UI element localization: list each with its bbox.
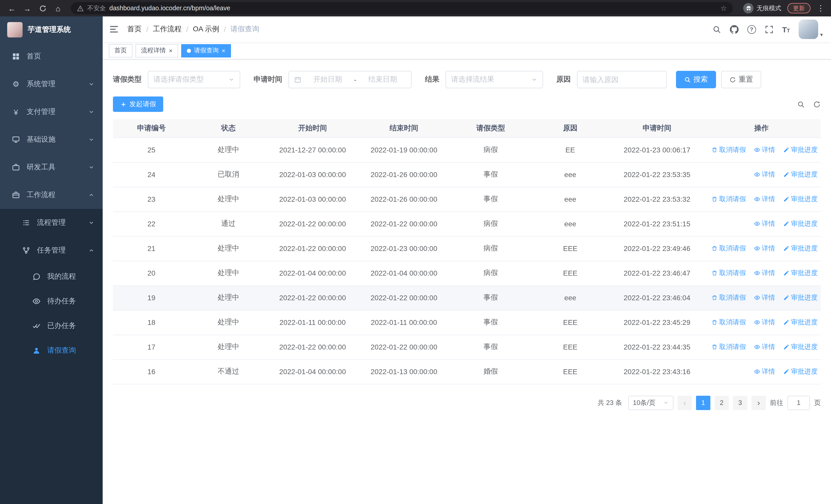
cancel-leave-link[interactable]: 取消请假	[711, 145, 746, 154]
approval-progress-link[interactable]: 审批进度	[783, 145, 818, 154]
browser-forward-button[interactable]: →	[21, 2, 34, 15]
close-icon[interactable]: ×	[169, 48, 172, 54]
breadcrumb-home[interactable]: 首页	[127, 25, 142, 34]
sidebar-item-process-management[interactable]: 流程管理	[0, 209, 103, 237]
cell-reason: EEE	[532, 310, 609, 335]
cancel-leave-link[interactable]: 取消请假	[711, 195, 746, 204]
cancel-leave-link[interactable]: 取消请假	[711, 293, 746, 302]
approval-progress-link[interactable]: 审批进度	[783, 367, 818, 376]
col-header-type: 请假类型	[450, 119, 532, 138]
sidebar-item-system[interactable]: ⚙ 系统管理	[0, 70, 103, 98]
col-header-id: 申请编号	[113, 119, 190, 138]
cell-id: 20	[113, 261, 190, 285]
detail-link[interactable]: 详情	[754, 318, 775, 327]
tab-process-detail[interactable]: 流程详情 ×	[136, 44, 178, 57]
create-leave-button[interactable]: 发起请假	[113, 96, 163, 112]
sidebar-item-workflow[interactable]: 工作流程	[0, 181, 103, 209]
cancel-leave-link[interactable]: 取消请假	[711, 268, 746, 278]
detail-link[interactable]: 详情	[754, 170, 775, 179]
breadcrumb-workflow[interactable]: 工作流程	[153, 25, 182, 34]
tab-leave-query[interactable]: 请假查询 ×	[181, 44, 231, 57]
leave-table: 申请编号 状态 开始时间 结束时间 请假类型 原因 申请时间 操作 25 处理中…	[113, 119, 821, 384]
url-text[interactable]: dashboard.yudao.iocoder.cn/bpm/oa/leave	[109, 5, 230, 12]
help-icon[interactable]: ?	[747, 25, 756, 34]
browser-menu-icon[interactable]: ⋮	[815, 4, 826, 13]
bookmark-star-icon[interactable]: ☆	[720, 4, 727, 12]
approval-progress-link[interactable]: 审批进度	[783, 318, 818, 327]
page-button-3[interactable]: 3	[733, 395, 747, 410]
result-select[interactable]: 请选择流结果	[446, 71, 543, 88]
detail-link[interactable]: 详情	[754, 195, 775, 204]
trash-icon	[711, 270, 718, 276]
browser-home-button[interactable]: ⌂	[51, 2, 65, 15]
reset-button[interactable]: 重置	[721, 71, 761, 88]
apply-time-range-picker[interactable]: 开始日期 - 结束日期	[288, 71, 412, 88]
sidebar-item-leave-query[interactable]: 请假查询	[0, 338, 103, 363]
reason-input[interactable]	[577, 71, 667, 88]
detail-link[interactable]: 详情	[754, 342, 775, 352]
leave-type-select[interactable]: 请选择请假类型	[148, 71, 240, 88]
sidebar: 芋道管理系统 首页 ⚙ 系统管理 ¥ 支付管理	[0, 17, 103, 504]
col-header-start: 开始时间	[267, 119, 358, 138]
github-icon[interactable]	[729, 25, 738, 34]
detail-link[interactable]: 详情	[754, 219, 775, 228]
user-menu[interactable]: ▾	[799, 20, 823, 39]
search-button[interactable]: 搜索	[676, 71, 716, 88]
browser-update-button[interactable]: 更新	[787, 3, 810, 13]
tab-home[interactable]: 首页	[109, 44, 133, 57]
page-button-1[interactable]: 1	[696, 395, 710, 410]
cell-operations: 详情 审批进度	[705, 211, 821, 236]
detail-link[interactable]: 详情	[754, 293, 775, 302]
cancel-leave-link[interactable]: 取消请假	[711, 244, 746, 253]
cell-status: 处理中	[190, 285, 267, 310]
fullscreen-icon[interactable]	[765, 25, 773, 34]
breadcrumb-oa-example[interactable]: OA 示例	[193, 25, 220, 34]
sidebar-item-my-processes[interactable]: 我的流程	[0, 264, 103, 289]
approval-progress-link[interactable]: 审批进度	[783, 170, 818, 179]
refresh-table-icon[interactable]	[813, 100, 821, 108]
approval-progress-link[interactable]: 审批进度	[783, 342, 818, 352]
sidebar-item-label: 系统管理	[27, 80, 55, 89]
header-search-icon[interactable]	[712, 25, 721, 34]
toggle-search-icon[interactable]	[797, 100, 805, 108]
prev-page-button[interactable]: ‹	[678, 395, 692, 410]
sidebar-item-home[interactable]: 首页	[0, 42, 103, 70]
cancel-leave-link[interactable]: 取消请假	[711, 318, 746, 327]
cell-start-time: 2022-01-22 00:00:00	[267, 236, 358, 261]
address-bar[interactable]: 不安全 dashboard.yudao.iocoder.cn/bpm/oa/le…	[71, 2, 733, 14]
detail-link[interactable]: 详情	[754, 145, 775, 154]
sidebar-item-task-management[interactable]: 任务管理	[0, 237, 103, 264]
approval-progress-link[interactable]: 审批进度	[783, 293, 818, 302]
detail-link[interactable]: 详情	[754, 268, 775, 278]
page-size-select[interactable]: 10条/页	[628, 395, 674, 410]
font-size-icon[interactable]: TT	[782, 25, 790, 34]
eye-icon	[754, 295, 760, 301]
page-button-2[interactable]: 2	[715, 395, 729, 410]
approval-progress-link[interactable]: 审批进度	[783, 219, 818, 228]
detail-label: 详情	[762, 219, 775, 228]
browser-back-button[interactable]: ←	[5, 2, 19, 15]
sidebar-item-label: 基础设施	[27, 135, 55, 144]
sidebar-item-infrastructure[interactable]: 基础设施	[0, 126, 103, 153]
detail-label: 详情	[762, 293, 775, 302]
goto-page-input[interactable]	[787, 395, 810, 410]
sidebar-item-payment[interactable]: ¥ 支付管理	[0, 98, 103, 126]
sidebar-item-dev-tools[interactable]: 研发工具	[0, 153, 103, 181]
detail-link[interactable]: 详情	[754, 244, 775, 253]
detail-link[interactable]: 详情	[754, 367, 775, 376]
approval-progress-link[interactable]: 审批进度	[783, 268, 818, 278]
reset-button-label: 重置	[739, 75, 753, 84]
approval-progress-link[interactable]: 审批进度	[783, 244, 818, 253]
sidebar-collapse-icon[interactable]	[109, 24, 119, 34]
cell-status: 处理中	[190, 335, 267, 359]
tab-label: 首页	[114, 46, 127, 55]
approval-progress-link[interactable]: 审批进度	[783, 195, 818, 204]
next-page-button[interactable]: ›	[751, 395, 766, 410]
app-logo[interactable]: 芋道管理系统	[0, 17, 103, 42]
sidebar-item-done-tasks[interactable]: 已办任务	[0, 314, 103, 338]
browser-reload-button[interactable]	[36, 2, 49, 15]
close-icon[interactable]: ×	[222, 48, 225, 54]
sidebar-item-pending-tasks[interactable]: 待办任务	[0, 289, 103, 314]
security-label[interactable]: 不安全	[87, 4, 106, 12]
cancel-leave-link[interactable]: 取消请假	[711, 342, 746, 352]
